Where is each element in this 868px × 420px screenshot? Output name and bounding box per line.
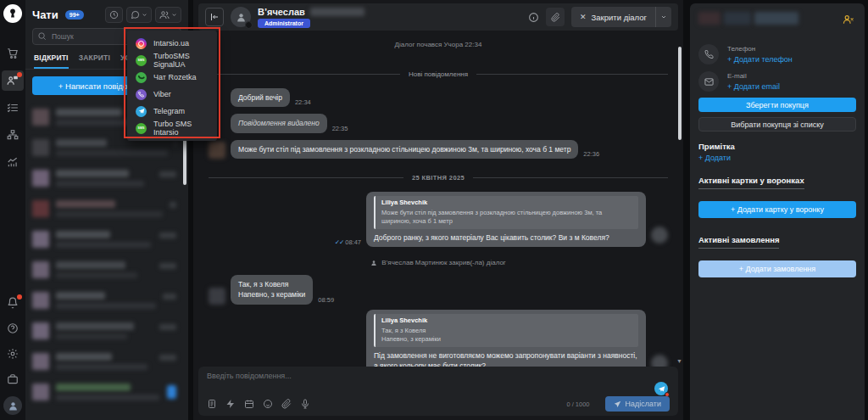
message-composer: 0 / 1000 Надіслати: [198, 367, 678, 416]
cart-icon[interactable]: [2, 43, 24, 64]
quoted-message[interactable]: Liliya Shevchik Може бути стіл під замов…: [374, 196, 638, 229]
emoji-icon[interactable]: [263, 399, 273, 409]
new-messages-divider: Нові повідомлення: [209, 70, 668, 78]
message-input[interactable]: [207, 372, 600, 390]
chat-row[interactable]: [25, 163, 188, 193]
close-dialog-button[interactable]: ✕ Закрити діалог: [571, 7, 655, 27]
add-phone-link[interactable]: + Додати телефон: [727, 55, 793, 64]
telegram-channel-icon: [136, 106, 147, 117]
quick-reply-icon[interactable]: [225, 399, 236, 409]
attach-icon[interactable]: [281, 399, 292, 409]
email-label: E-mail: [727, 72, 780, 80]
message-outgoing: ✓✓08:47 Liliya Shevchik Може бути стіл п…: [209, 192, 668, 247]
funnel-cards-heading: Активні картки у воронках: [698, 176, 804, 189]
phone-icon: [698, 44, 719, 64]
chat-row[interactable]: [25, 255, 188, 285]
send-plane-icon: [614, 400, 621, 408]
note-label: Примітка: [698, 142, 856, 151]
channel-option[interactable]: SMS TurboSMS SignalUA: [127, 52, 217, 69]
keycrm-app: Чати 99+ ВІДКРИТІ ЗАКРИТІ УСІ: [0, 0, 868, 420]
channel-filter-button[interactable]: [126, 7, 152, 23]
info-icon[interactable]: [528, 12, 539, 23]
add-funnel-card-button[interactable]: + Додати картку у воронку: [698, 201, 856, 218]
profile-avatar[interactable]: [3, 396, 22, 415]
char-counter: 0 / 1000: [566, 400, 589, 408]
collapse-sidebar-button[interactable]: [205, 8, 224, 26]
chat-row[interactable]: [25, 316, 188, 346]
tab-open[interactable]: ВІДКРИТІ: [34, 53, 69, 69]
message-time: 22:35: [332, 125, 348, 132]
dialog-started-note: Діалог почався Учора 22:34: [209, 41, 668, 48]
products-icon[interactable]: [2, 369, 24, 389]
remove-customer-icon[interactable]: [843, 14, 854, 25]
chat-bubble-icon: [131, 10, 140, 20]
funnels-icon[interactable]: [2, 125, 24, 145]
deleted-message-bubble: Повідомлення видалено: [231, 114, 327, 132]
calendar-icon[interactable]: [244, 399, 254, 409]
chat-row[interactable]: [25, 346, 188, 377]
help-icon[interactable]: [2, 318, 24, 339]
orders-heading: Активні замовлення: [698, 235, 779, 249]
paperclip-icon: [551, 13, 560, 22]
message-time: 08:59: [318, 296, 334, 304]
chat-row[interactable]: [25, 224, 188, 255]
keycrm-logo[interactable]: [3, 4, 22, 23]
conversation-header: В’ячеслав Administrator ✕ Закрити діалог: [198, 3, 678, 31]
send-button[interactable]: Надіслати: [605, 396, 670, 412]
close-dialog-more-button[interactable]: [656, 7, 671, 27]
channel-dropdown: Intarsio.ua SMS TurboSMS SignalUA Чат Ro…: [127, 31, 217, 141]
template-icon[interactable]: [207, 399, 217, 409]
scroll-down-icon[interactable]: ▼: [676, 358, 682, 364]
assignee-filter-button[interactable]: [155, 7, 181, 23]
message-time: 22:36: [583, 150, 599, 158]
save-customer-button[interactable]: Зберегти покупця: [698, 98, 856, 112]
unread-badge: [167, 385, 176, 399]
bell-icon[interactable]: [2, 293, 24, 313]
attachments-button[interactable]: [546, 8, 565, 26]
close-x-icon: ✕: [580, 13, 587, 21]
tab-closed[interactable]: ЗАКРИТІ: [79, 53, 110, 69]
chats-icon[interactable]: [2, 70, 24, 91]
chat-row[interactable]: [25, 193, 188, 224]
voice-icon[interactable]: [300, 399, 310, 409]
settings-icon[interactable]: [2, 344, 24, 364]
mail-icon: [698, 71, 719, 92]
role-badge: Administrator: [258, 19, 310, 28]
chat-rows: [25, 102, 188, 420]
dialog-closed-event: В’ячеслав Мартинюк закрив(-ла) діалог: [209, 259, 668, 266]
message-status-time: ✓✓08:47: [335, 238, 361, 246]
message-bubble: Так, я з Ковеля Напевно, з кераміки: [231, 275, 313, 305]
message-incoming: Добрий вечір 22:34: [209, 88, 668, 107]
channel-option[interactable]: Intarsio.ua: [127, 35, 217, 52]
telegram-icon[interactable]: [654, 382, 668, 395]
customer-panel: Телефон + Додати телефон E-mail + Додати…: [688, 0, 868, 420]
users-icon: [159, 10, 170, 20]
channel-option[interactable]: SMS Turbo SMS Intarsio: [127, 120, 217, 137]
unread-count-badge: 99+: [65, 10, 84, 20]
chat-row[interactable]: [25, 377, 188, 407]
channel-option[interactable]: Telegram: [127, 103, 217, 120]
chat-list-header: Чати 99+: [25, 0, 188, 28]
quoted-message[interactable]: Liliya Shevchik Так, я з Ковеля Напевно,…: [374, 314, 638, 347]
choose-customer-button[interactable]: Вибрати покупця зі списку: [698, 117, 856, 132]
search-icon: [37, 31, 47, 41]
history-icon: [109, 10, 119, 20]
instagram-channel-icon: [136, 38, 147, 49]
phone-label: Телефон: [727, 45, 793, 53]
chat-row[interactable]: [25, 285, 188, 316]
history-filter-button[interactable]: [105, 7, 123, 23]
messages-scrollbar[interactable]: [678, 47, 682, 140]
add-note-link[interactable]: + Додати: [698, 154, 856, 162]
analytics-icon[interactable]: [2, 152, 24, 172]
channel-option[interactable]: Чат Rozetka: [127, 69, 217, 86]
add-email-link[interactable]: + Додати email: [727, 82, 780, 91]
read-checks-icon: ✓✓: [335, 238, 344, 246]
add-order-button[interactable]: + Додати замовлення: [698, 260, 856, 277]
customer-card: Телефон + Додати телефон E-mail + Додати…: [690, 3, 865, 420]
tasks-icon[interactable]: [2, 98, 24, 118]
channel-option[interactable]: Viber: [127, 86, 217, 103]
customer-identity-redacted: [698, 12, 856, 37]
chats-unread-dot: [17, 72, 22, 77]
close-dialog-button-group: ✕ Закрити діалог: [571, 7, 671, 27]
conversation-panel: В’ячеслав Administrator ✕ Закрити діалог: [193, 0, 683, 420]
